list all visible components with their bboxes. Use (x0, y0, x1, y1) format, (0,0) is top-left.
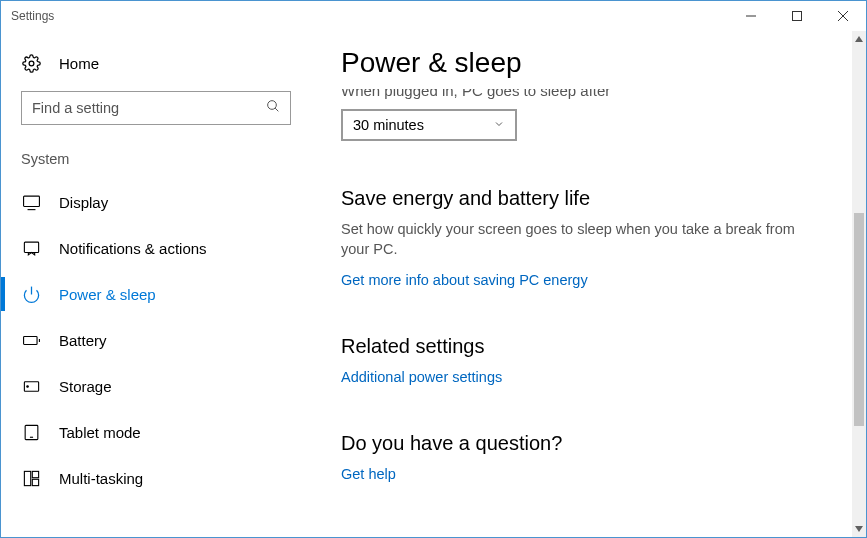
sidebar-item-label: Notifications & actions (59, 240, 207, 257)
sidebar-item-label: Power & sleep (59, 286, 156, 303)
sidebar-item-label: Battery (59, 332, 107, 349)
settings-window: Settings Home (0, 0, 867, 538)
maximize-button[interactable] (774, 1, 820, 31)
sidebar-item-power-sleep[interactable]: Power & sleep (1, 271, 311, 317)
scroll-down-arrow-icon[interactable] (852, 521, 866, 537)
svg-point-14 (26, 385, 28, 387)
sidebar-item-battery[interactable]: Battery (1, 317, 311, 363)
maximize-icon (792, 11, 802, 21)
search-box[interactable] (21, 91, 291, 125)
sidebar-item-multitasking[interactable]: Multi-tasking (1, 455, 311, 501)
sleep-dropdown[interactable]: 30 minutes (341, 109, 517, 141)
home-button[interactable]: Home (1, 41, 311, 85)
svg-rect-1 (793, 12, 802, 21)
svg-point-4 (29, 61, 34, 66)
related-heading: Related settings (341, 335, 836, 358)
sidebar-item-label: Tablet mode (59, 424, 141, 441)
minimize-icon (746, 11, 756, 21)
svg-rect-18 (32, 471, 38, 477)
related-settings-section: Related settings Additional power settin… (341, 335, 836, 386)
display-icon (21, 192, 41, 212)
svg-rect-11 (23, 336, 36, 344)
close-button[interactable] (820, 1, 866, 31)
scrollbar-track[interactable] (852, 47, 866, 521)
battery-icon (21, 330, 41, 350)
svg-marker-21 (855, 526, 863, 532)
window-title: Settings (11, 9, 54, 23)
sidebar: Home System Display Notificati (1, 31, 311, 537)
close-icon (838, 11, 848, 21)
get-help-link[interactable]: Get help (341, 466, 396, 482)
save-energy-desc: Set how quickly your screen goes to slee… (341, 220, 811, 259)
home-label: Home (59, 55, 99, 72)
sidebar-nav: Display Notifications & actions Power & … (1, 179, 311, 501)
sidebar-section-label: System (1, 143, 311, 179)
chevron-down-icon (493, 117, 505, 133)
dropdown-value: 30 minutes (353, 117, 424, 133)
svg-rect-7 (23, 196, 39, 206)
scroll-up-arrow-icon[interactable] (852, 31, 866, 47)
question-section: Do you have a question? Get help (341, 432, 836, 483)
svg-marker-20 (855, 36, 863, 42)
minimize-button[interactable] (728, 1, 774, 31)
gear-icon (21, 53, 41, 73)
sidebar-item-label: Storage (59, 378, 112, 395)
sidebar-item-tablet-mode[interactable]: Tablet mode (1, 409, 311, 455)
sidebar-item-label: Display (59, 194, 108, 211)
save-energy-heading: Save energy and battery life (341, 187, 836, 210)
svg-rect-17 (24, 471, 30, 485)
svg-point-5 (268, 101, 277, 110)
sidebar-item-label: Multi-tasking (59, 470, 143, 487)
search-icon (265, 98, 281, 118)
sidebar-item-display[interactable]: Display (1, 179, 311, 225)
tablet-icon (21, 422, 41, 442)
content-area: Power & sleep When plugged in, PC goes t… (311, 31, 866, 537)
save-energy-link[interactable]: Get more info about saving PC energy (341, 272, 588, 288)
titlebar: Settings (1, 1, 866, 31)
svg-rect-9 (24, 242, 38, 252)
sidebar-item-storage[interactable]: Storage (1, 363, 311, 409)
sleep-label: When plugged in, PC goes to sleep after (341, 89, 836, 99)
question-heading: Do you have a question? (341, 432, 836, 455)
page-title: Power & sleep (341, 47, 836, 79)
svg-rect-19 (32, 479, 38, 485)
svg-line-6 (275, 108, 278, 111)
multitasking-icon (21, 468, 41, 488)
power-icon (21, 284, 41, 304)
notifications-icon (21, 238, 41, 258)
scrollbar-thumb[interactable] (854, 213, 864, 426)
storage-icon (21, 376, 41, 396)
content-scroll[interactable]: When plugged in, PC goes to sleep after … (311, 89, 866, 537)
vertical-scrollbar[interactable] (852, 31, 866, 537)
save-energy-section: Save energy and battery life Set how qui… (341, 187, 836, 289)
search-input[interactable] (21, 91, 291, 125)
sidebar-item-notifications[interactable]: Notifications & actions (1, 225, 311, 271)
additional-power-settings-link[interactable]: Additional power settings (341, 369, 502, 385)
